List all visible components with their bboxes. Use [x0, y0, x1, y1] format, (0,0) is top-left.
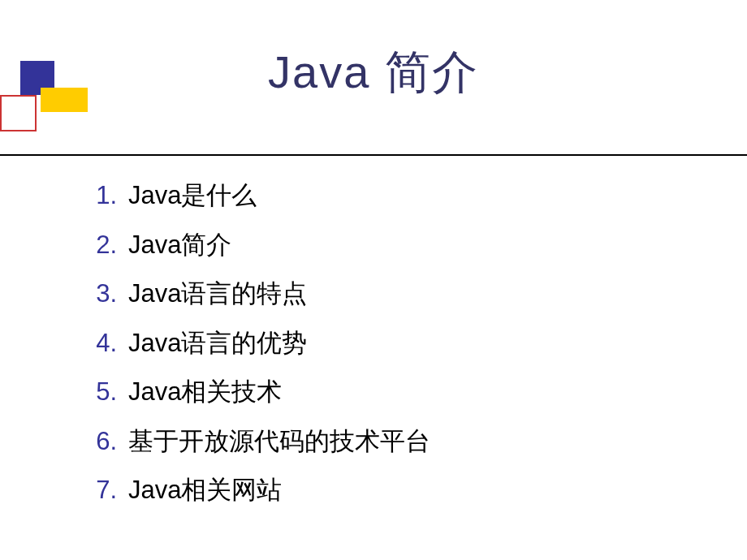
- list-item: 6. 基于开放源代码的技术平台: [89, 423, 430, 461]
- list-item: 4. Java语言的优势: [89, 325, 430, 363]
- list-number: 7.: [89, 472, 128, 510]
- list-number: 2.: [89, 226, 128, 265]
- list-text: Java是什么: [128, 177, 257, 215]
- list-item: 2. Java简介: [89, 226, 430, 265]
- list-item: 5. Java相关技术: [89, 373, 430, 411]
- numbered-list: 1. Java是什么 2. Java简介 3. Java语言的特点 4. Jav…: [89, 177, 430, 521]
- horizontal-divider: [0, 154, 747, 156]
- list-number: 4.: [89, 325, 128, 363]
- list-text: Java相关网站: [128, 472, 282, 510]
- list-item: 7. Java相关网站: [89, 472, 430, 510]
- slide-title: Java 简介: [0, 42, 747, 104]
- list-text: Java简介: [128, 226, 231, 265]
- list-number: 1.: [89, 177, 128, 215]
- list-number: 6.: [89, 423, 128, 461]
- list-number: 5.: [89, 373, 128, 411]
- list-item: 1. Java是什么: [89, 177, 430, 215]
- list-item: 3. Java语言的特点: [89, 275, 430, 313]
- list-text: Java语言的优势: [128, 325, 307, 363]
- list-text: 基于开放源代码的技术平台: [128, 423, 430, 461]
- list-text: Java相关技术: [128, 373, 282, 411]
- list-text: Java语言的特点: [128, 275, 307, 313]
- list-number: 3.: [89, 275, 128, 313]
